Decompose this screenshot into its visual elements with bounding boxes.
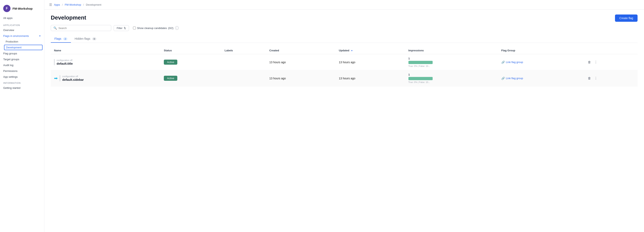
sidebar-item-label-flags: Flags in environments	[3, 34, 29, 37]
breadcrumb-sep-1: /	[62, 3, 63, 6]
sort-icon: ▼	[351, 49, 353, 52]
table-row: ➡ configuration off default.sidebar	[51, 70, 638, 86]
col-created: Created	[266, 47, 336, 54]
flag-created-cell-1: 13 hours ago	[266, 54, 336, 70]
toolbar: 🔍 Filter ⇅ Show cleanup candidates (0/2)…	[51, 25, 638, 31]
flag-labels-cell-1	[222, 54, 266, 70]
link-flag-group-1[interactable]: 🔗 Link flag group	[501, 61, 580, 64]
search-box: 🔍	[51, 25, 111, 31]
sidebar-item-label-target-groups: Target groups	[3, 58, 19, 61]
flag-updated-cell-2: 13 hours ago	[336, 70, 405, 86]
show-cleanup-label: Show cleanup candidates (0/2) i	[133, 26, 179, 30]
flag-created-cell-2: 13 hours ago	[266, 70, 336, 86]
flag-name-cell-2: ➡ configuration off default.sidebar	[51, 70, 160, 86]
col-status: Status	[160, 47, 222, 54]
tabs: Flags 2 Hidden flags 0	[51, 35, 638, 43]
sidebar-item-permissions[interactable]: Permissions	[0, 68, 44, 74]
impressions-count-1: 1	[408, 57, 495, 60]
flag-name-2[interactable]: default.sidebar	[62, 78, 84, 81]
sidebar-item-flag-groups[interactable]: Flag groups	[0, 50, 44, 56]
tab-hidden-flags-label: Hidden flags	[74, 37, 90, 40]
delete-button-2[interactable]: 🗑	[587, 76, 592, 81]
flag-group-cell-2: 🔗 Link flag group	[498, 70, 584, 86]
show-cleanup-text: Show cleanup candidates	[137, 26, 167, 30]
sidebar-header: F FM-Workshop	[0, 3, 44, 15]
main-content: ☰ Apps / FM-Workshop / Development Devel…	[44, 0, 644, 232]
link-flag-group-2[interactable]: 🔗 Link flag group	[501, 77, 580, 80]
flag-actions-cell-1: 🗑 ⋮	[584, 54, 638, 70]
col-labels: Labels	[222, 47, 266, 54]
all-apps-link[interactable]: All apps	[0, 15, 44, 22]
breadcrumb-sep-2: /	[83, 3, 84, 6]
show-cleanup-checkbox[interactable]	[133, 26, 136, 29]
impressions-detail-2: True: 0% | False: 10...	[408, 81, 495, 83]
flag-group-cell-1: 🔗 Link flag group	[498, 54, 584, 70]
search-input[interactable]	[58, 26, 108, 30]
link-flag-group-label-1: Link flag group	[506, 61, 523, 64]
search-icon: 🔍	[54, 26, 57, 30]
filter-button[interactable]: Filter ⇅	[114, 25, 129, 31]
col-impressions: Impressions	[405, 47, 498, 54]
flag-labels-cell-2	[222, 70, 266, 86]
sidebar-item-production[interactable]: Production	[0, 39, 44, 44]
avatar: F	[3, 5, 10, 12]
topbar: ☰ Apps / FM-Workshop / Development	[44, 0, 644, 10]
impressions-bar-2	[408, 77, 432, 80]
tab-hidden-flags[interactable]: Hidden flags 0	[71, 35, 100, 43]
col-updated[interactable]: Updated ▼	[336, 47, 405, 54]
col-name: Name	[51, 47, 160, 54]
flag-name-1[interactable]: default.title	[56, 62, 73, 65]
more-button-1[interactable]: ⋮	[594, 59, 598, 65]
tab-flags-badge: 2	[63, 37, 67, 40]
more-button-2[interactable]: ⋮	[594, 75, 598, 81]
flag-actions-cell-2: 🗑 ⋮	[584, 70, 638, 86]
row-actions-2: 🗑 ⋮	[587, 75, 634, 81]
sidebar-item-target-groups[interactable]: Target groups	[0, 56, 44, 62]
status-badge-1: Active	[164, 60, 177, 65]
sidebar-item-overview[interactable]: Overview	[0, 27, 44, 33]
flag-name-cell-1: configuration off default.title	[51, 54, 160, 70]
sidebar-item-flags-in-environments[interactable]: Flags in environments ▼	[0, 33, 44, 39]
row-actions-1: 🗑 ⋮	[587, 59, 634, 65]
tab-flags-label: Flags	[54, 37, 61, 40]
breadcrumb-fm-workshop[interactable]: FM-Workshop	[65, 3, 81, 6]
col-flag-group: Flag Group	[498, 47, 584, 54]
breadcrumb-current: Development	[86, 3, 101, 6]
flag-impressions-cell-2: 1 True: 0% | False: 10...	[405, 70, 498, 86]
create-flag-button[interactable]: Create flag	[615, 14, 638, 22]
sidebar-item-label-audit-log: Audit log	[3, 64, 14, 67]
impressions-detail-1: True: 0% | False: 10...	[408, 65, 495, 67]
tab-flags[interactable]: Flags 2	[51, 35, 71, 43]
sidebar-item-development[interactable]: Development	[4, 45, 42, 50]
impressions-count-2: 1	[408, 73, 495, 76]
col-updated-label: Updated	[339, 49, 350, 52]
sidebar-item-app-settings[interactable]: App settings	[0, 74, 44, 80]
app-name: FM-Workshop	[12, 7, 33, 10]
flag-left-border	[54, 59, 54, 65]
impressions-bar-1	[408, 61, 432, 64]
status-badge-2: Active	[164, 76, 177, 81]
content-area: Development Create flag 🔍 Filter ⇅ Show …	[44, 10, 644, 232]
table-row: configuration off default.title Active 1…	[51, 54, 638, 70]
sidebar-item-audit-log[interactable]: Audit log	[0, 62, 44, 68]
breadcrumb-apps[interactable]: Apps	[54, 3, 60, 6]
info-icon[interactable]: i	[175, 26, 179, 30]
sidebar-item-label-permissions: Permissions	[3, 69, 18, 72]
tab-hidden-flags-badge: 0	[92, 37, 96, 40]
link-icon-1: 🔗	[501, 61, 505, 64]
flag-impressions-cell-1: 1 True: 0% | False: 10...	[405, 54, 498, 70]
chevron-down-icon: ▼	[39, 35, 41, 37]
section-label-application: APPLICATION	[0, 22, 44, 27]
sidebar-item-label-getting-started: Getting started	[3, 86, 20, 89]
flags-table: Name Status Labels Created Updated ▼ Imp…	[51, 47, 638, 86]
flag-status-cell-2: Active	[160, 70, 222, 86]
cleanup-count: (0/2)	[168, 26, 174, 30]
filter-icon: ⇅	[124, 26, 126, 30]
section-label-information: INFORMATION	[0, 80, 44, 85]
sidebar-item-getting-started[interactable]: Getting started	[0, 85, 44, 91]
flag-status-cell-1: Active	[160, 54, 222, 70]
sidebar-item-label-flag-groups: Flag groups	[3, 52, 17, 55]
menu-icon[interactable]: ☰	[49, 3, 52, 7]
flag-left-border-2	[60, 75, 60, 81]
delete-button-1[interactable]: 🗑	[587, 60, 592, 65]
